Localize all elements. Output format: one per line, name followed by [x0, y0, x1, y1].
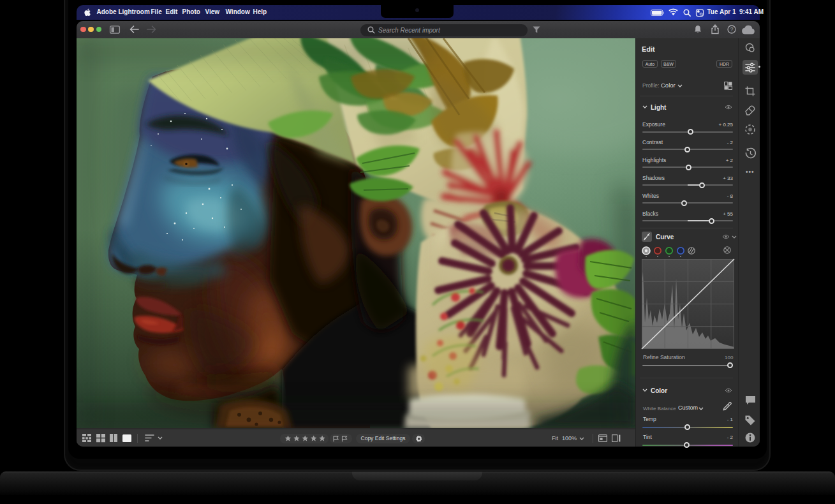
svg-text:?: ?: [730, 26, 734, 33]
